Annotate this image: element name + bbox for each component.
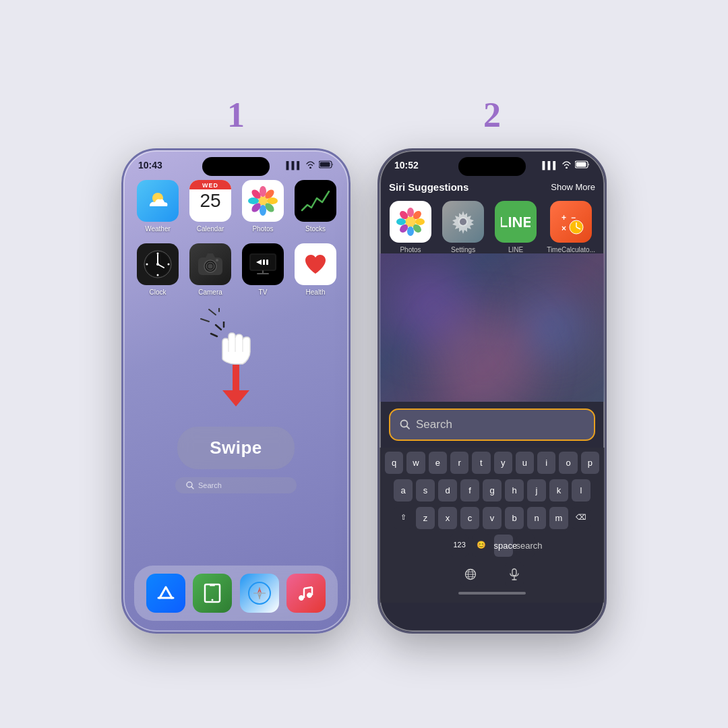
status-icons-1: ▌▌▌: [286, 160, 334, 170]
key-j[interactable]: j: [527, 479, 546, 502]
app-calendar[interactable]: WED 25 Calendar: [189, 180, 231, 233]
key-globe[interactable]: [460, 562, 479, 586]
svg-point-62: [407, 226, 414, 236]
hand-arrow: [209, 315, 263, 419]
key-x[interactable]: x: [438, 507, 457, 529]
svg-rect-46: [210, 585, 215, 586]
home-indicator-2: [458, 592, 526, 595]
tv-icon: [242, 243, 284, 285]
status-time-1: 10:43: [138, 160, 162, 171]
siri-app-settings[interactable]: Settings: [442, 201, 485, 253]
key-u[interactable]: u: [516, 452, 534, 474]
siri-line-icon: LINE: [495, 201, 537, 243]
weather-label: Weather: [145, 225, 171, 233]
siri-show-more[interactable]: Show More: [551, 182, 595, 192]
key-f[interactable]: f: [460, 479, 479, 502]
app-grid-row1: Weather WED 25 Calendar: [123, 175, 348, 238]
key-q[interactable]: q: [385, 452, 403, 474]
app-photos[interactable]: Photos: [242, 180, 284, 233]
status-icons-2: ▌▌▌: [543, 160, 590, 170]
svg-text:×: ×: [562, 224, 566, 233]
svg-point-60: [415, 218, 425, 225]
key-z[interactable]: z: [416, 507, 435, 529]
key-o[interactable]: o: [559, 452, 577, 474]
camera-label: Camera: [198, 289, 222, 296]
key-r[interactable]: r: [450, 452, 468, 474]
swipe-button[interactable]: Swipe: [177, 427, 295, 469]
siri-app-photos[interactable]: Photos: [389, 201, 432, 253]
key-v[interactable]: v: [483, 507, 502, 529]
key-k[interactable]: k: [549, 479, 568, 502]
key-mic[interactable]: [505, 562, 524, 586]
dock: [134, 566, 338, 621]
key-c[interactable]: c: [460, 507, 479, 529]
svg-marker-41: [222, 390, 249, 406]
calendar-icon: WED 25: [189, 180, 231, 222]
photos-icon: [242, 180, 284, 222]
key-numbers[interactable]: 123: [450, 535, 468, 557]
svg-rect-1: [320, 162, 330, 166]
wifi-icon-2: [562, 160, 572, 170]
dock-appstore[interactable]: [146, 574, 185, 613]
keyboard-row-3: ⇧ z x c v b n m ⌫: [385, 507, 599, 529]
signal-icon-2: ▌▌▌: [543, 161, 558, 169]
step-2-number: 2: [483, 95, 501, 135]
siri-line-label: LINE: [508, 246, 523, 253]
key-g[interactable]: g: [483, 479, 502, 502]
key-p[interactable]: p: [581, 452, 599, 474]
key-search[interactable]: search: [516, 535, 535, 557]
key-y[interactable]: y: [494, 452, 512, 474]
search-bar-main[interactable]: Search: [389, 408, 595, 441]
wifi-icon: [305, 160, 315, 170]
dock-music[interactable]: [286, 574, 326, 613]
key-a[interactable]: a: [394, 479, 413, 502]
key-delete[interactable]: ⌫: [572, 507, 590, 529]
app-tv[interactable]: TV: [242, 243, 284, 296]
app-weather[interactable]: Weather: [137, 180, 179, 233]
svg-point-21: [168, 263, 170, 265]
svg-line-54: [304, 587, 312, 588]
svg-rect-56: [576, 162, 586, 166]
siri-photos-label: Photos: [400, 246, 421, 253]
app-clock[interactable]: Clock: [137, 243, 179, 296]
key-t[interactable]: t: [472, 452, 490, 474]
calendar-weekday: WED: [189, 180, 231, 189]
phone-2: 10:52 ▌▌▌: [377, 148, 607, 634]
stocks-icon: [295, 180, 336, 222]
key-m[interactable]: m: [549, 507, 568, 529]
siri-apps-row: Photos Settings: [389, 201, 595, 253]
search-bar-small[interactable]: Search: [175, 477, 297, 493]
svg-line-31: [209, 309, 216, 315]
siri-settings-icon: [442, 201, 484, 243]
app-stocks[interactable]: Stocks: [295, 180, 336, 233]
key-space[interactable]: space: [494, 535, 513, 557]
siri-app-line[interactable]: LINE LINE: [494, 201, 537, 253]
dock-phone[interactable]: [193, 574, 232, 613]
key-l[interactable]: l: [572, 479, 590, 502]
key-b[interactable]: b: [505, 507, 524, 529]
blurred-home-screen: [380, 253, 605, 402]
app-camera[interactable]: Camera: [189, 243, 231, 296]
app-grid-row2: Clock Camera: [123, 238, 348, 301]
key-i[interactable]: i: [537, 452, 555, 474]
key-emoji[interactable]: 😊: [472, 535, 491, 557]
key-h[interactable]: h: [505, 479, 524, 502]
siri-timecalc-icon: + − ×: [550, 201, 592, 243]
key-n[interactable]: n: [527, 507, 546, 529]
siri-app-timecalc[interactable]: + − × TimeCalculato...: [547, 201, 595, 253]
key-e[interactable]: e: [429, 452, 447, 474]
key-w[interactable]: w: [406, 452, 425, 474]
app-health[interactable]: Health: [295, 243, 336, 296]
svg-point-58: [407, 208, 414, 217]
svg-point-25: [208, 264, 213, 268]
key-d[interactable]: d: [438, 479, 457, 502]
svg-text:LINE: LINE: [501, 214, 530, 231]
keyboard-row-2: a s d f g h j k l: [385, 479, 599, 502]
stocks-label: Stocks: [305, 225, 326, 233]
dock-safari[interactable]: [240, 574, 279, 613]
siri-header: Siri Suggestions Show More: [389, 175, 595, 201]
siri-suggestions-section: Siri Suggestions Show More: [380, 175, 605, 253]
key-shift[interactable]: ⇧: [394, 507, 413, 529]
key-s[interactable]: s: [416, 479, 435, 502]
svg-point-64: [396, 218, 406, 225]
